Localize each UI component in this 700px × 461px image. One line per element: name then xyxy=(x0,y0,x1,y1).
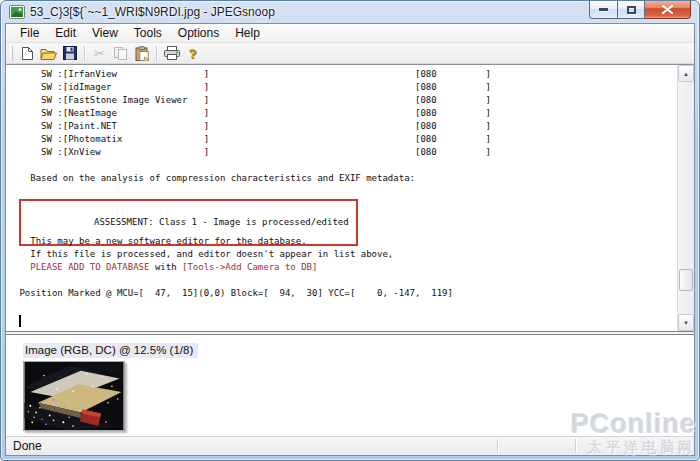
plea-text: PLEASE ADD TO DATABASE xyxy=(14,262,149,272)
scrollbar-thumb[interactable] xyxy=(679,269,693,291)
sw-entry: SW :[Photomatix ] [080 ] xyxy=(14,133,677,146)
titlebar[interactable]: 53_C}3[${`~~1_WRI$N9RDI.jpg - JPEGsnoop xyxy=(1,1,699,23)
note-line: If this file is processed, and editor do… xyxy=(14,248,677,261)
app-icon xyxy=(9,5,25,19)
minimize-button[interactable] xyxy=(589,1,618,19)
close-icon xyxy=(662,5,673,14)
sw-entry: SW :[IrfanView ] [080 ] xyxy=(14,68,677,81)
menu-view[interactable]: View xyxy=(84,24,126,42)
maximize-button[interactable] xyxy=(618,1,645,19)
statusbar-separator xyxy=(575,439,576,453)
image-preview-pane: Image (RGB, DC) @ 12.5% (1/8) xyxy=(6,334,694,436)
help-icon: ? xyxy=(189,46,197,61)
toolbar: ✂ xyxy=(6,43,694,64)
minimize-icon xyxy=(599,8,608,11)
sw-entry: SW :[FastStone Image Viewer ] [080 ] xyxy=(14,94,677,107)
toolbar-separator xyxy=(84,46,85,61)
menu-tools[interactable]: Tools xyxy=(126,24,170,42)
menu-file[interactable]: File xyxy=(12,24,47,42)
new-file-button[interactable] xyxy=(18,44,37,62)
statusbar: Done xyxy=(6,436,694,455)
sw-entry: SW :[Paint.NET ] [080 ] xyxy=(14,120,677,133)
image-preview-label: Image (RGB, DC) @ 12.5% (1/8) xyxy=(23,343,198,358)
window-controls xyxy=(589,1,691,19)
new-file-icon xyxy=(21,46,34,61)
open-file-button[interactable] xyxy=(39,44,58,62)
maximize-icon xyxy=(627,6,636,14)
window-content: File Edit View Tools Options Help xyxy=(5,23,695,456)
close-button[interactable] xyxy=(645,1,691,19)
sw-entry: SW :[NeatImage ] [080 ] xyxy=(14,107,677,120)
statusbar-separator xyxy=(497,439,498,453)
sw-entry: SW :[idImager ] [080 ] xyxy=(14,81,677,94)
scroll-down-button[interactable]: ▼ xyxy=(678,314,694,331)
assessment-text: ASSESSMENT: Class 1 - Image is processed… xyxy=(94,217,349,227)
copy-icon xyxy=(113,46,128,61)
paste-button[interactable] xyxy=(132,44,151,62)
print-icon xyxy=(164,46,180,60)
copy-button[interactable] xyxy=(111,44,130,62)
database-plea-line: PLEASE ADD TO DATABASE with [Tools->Add … xyxy=(14,261,677,274)
save-file-button[interactable] xyxy=(60,44,79,62)
image-thumbnail[interactable] xyxy=(23,361,125,431)
menubar: File Edit View Tools Options Help xyxy=(6,24,694,43)
cut-icon: ✂ xyxy=(94,46,105,61)
print-button[interactable] xyxy=(162,44,181,62)
position-marked-line: Position Marked @ MCU=[ 47, 15](0,0) Blo… xyxy=(14,287,677,300)
paste-icon xyxy=(135,46,149,61)
scroll-up-button[interactable]: ▲ xyxy=(678,65,694,82)
analysis-log: SW :[IrfanView ] [080 ] SW :[idImager ] … xyxy=(6,65,677,331)
menu-options[interactable]: Options xyxy=(170,24,227,42)
vertical-scrollbar[interactable]: ▲ ▼ xyxy=(677,65,694,331)
status-text: Done xyxy=(13,439,42,453)
toolbar-grip xyxy=(10,46,13,61)
menu-edit[interactable]: Edit xyxy=(47,24,84,42)
jpegsnoop-window: 53_C}3[${`~~1_WRI$N9RDI.jpg - JPEGsnoop … xyxy=(0,0,700,461)
sw-entry: SW :[XnView ] [080 ] xyxy=(14,146,677,159)
text-caret xyxy=(19,315,21,327)
help-button[interactable]: ? xyxy=(183,44,202,62)
open-file-icon xyxy=(40,47,57,60)
analysis-log-pane[interactable]: SW :[IrfanView ] [080 ] SW :[idImager ] … xyxy=(6,64,694,332)
analysis-summary-line: Based on the analysis of compression cha… xyxy=(14,172,677,185)
menu-help[interactable]: Help xyxy=(227,24,268,42)
save-file-icon xyxy=(63,46,77,60)
plea-command: [Tools->Add Camera to DB] xyxy=(182,262,317,272)
window-title: 53_C}3[${`~~1_WRI$N9RDI.jpg - JPEGsnoop xyxy=(30,5,275,19)
cut-button[interactable]: ✂ xyxy=(90,44,109,62)
toolbar-separator xyxy=(156,46,157,61)
